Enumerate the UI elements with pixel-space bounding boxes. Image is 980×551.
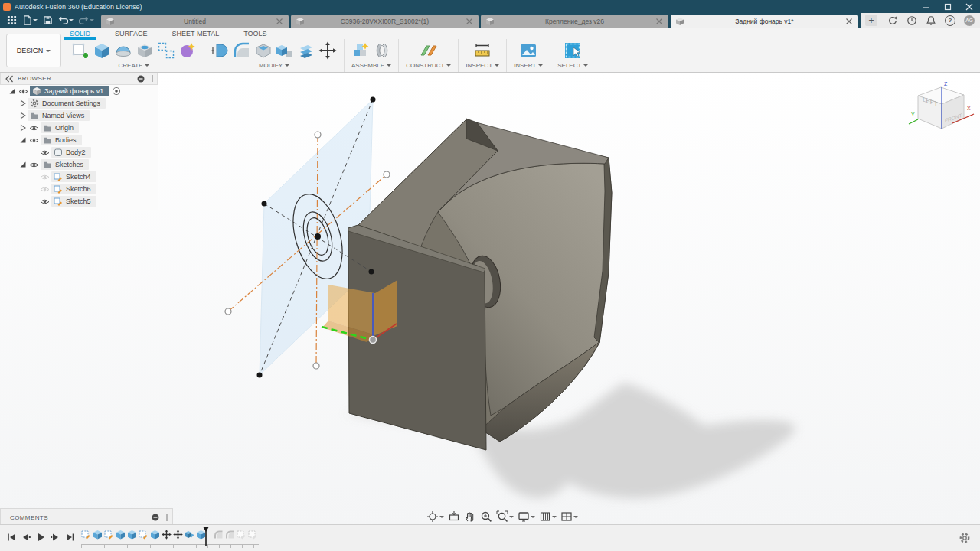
notifications-bell-icon[interactable] (926, 15, 936, 26)
timeline-feature-sketch-15-suppressed[interactable] (248, 530, 258, 540)
tab-surface[interactable]: SURFACE (113, 29, 150, 38)
extrude-tool[interactable] (93, 41, 111, 60)
hole-tool[interactable] (136, 41, 154, 60)
close-tab-icon[interactable] (465, 17, 474, 26)
tree-row-sketch4[interactable]: Sketch4 (0, 171, 158, 183)
viewports-button[interactable] (560, 510, 579, 523)
panel-options-icon[interactable] (151, 513, 160, 522)
visibility-eye-icon[interactable] (18, 88, 28, 95)
expander-icon[interactable] (18, 160, 28, 169)
display-settings-button[interactable] (517, 510, 536, 523)
move-copy-tool[interactable] (318, 41, 337, 60)
create-form-tool[interactable] (178, 41, 197, 60)
insert-image-tool[interactable] (519, 41, 537, 60)
create-dropdown[interactable]: CREATE (119, 62, 150, 72)
offset-face-tool[interactable] (297, 41, 315, 60)
go-to-start-button[interactable] (6, 532, 17, 543)
help-button[interactable]: ? (945, 15, 956, 26)
display-settings-dropdown-caret[interactable] (531, 516, 535, 520)
timeline-feature-move-8[interactable] (162, 530, 172, 540)
tree-row-root[interactable]: Задний фонарь v1 (0, 85, 158, 97)
construct-dropdown[interactable]: CONSTRUCT (406, 62, 451, 72)
tree-row-sketches[interactable]: Sketches (0, 158, 158, 171)
revolve-tool[interactable] (114, 41, 132, 60)
close-tab-icon[interactable] (844, 17, 854, 26)
tree-row-body2[interactable]: Body2 (0, 146, 158, 158)
model-body2[interactable] (348, 119, 612, 450)
redo-caret[interactable] (90, 19, 94, 24)
tab-solid[interactable]: SOLID (67, 29, 93, 38)
tab-sheet-metal[interactable]: SHEET METAL (170, 29, 222, 38)
window-zoom-dropdown-caret[interactable] (509, 516, 514, 520)
timeline-feature-extrude-2[interactable] (93, 530, 103, 540)
activate-component-radio[interactable] (112, 86, 121, 96)
application-grid-button[interactable] (7, 15, 17, 25)
panel-options-icon[interactable] (136, 74, 145, 83)
timeline-feature-move-9[interactable] (173, 530, 183, 540)
step-back-button[interactable] (21, 532, 31, 543)
assemble-dropdown[interactable]: ASSEMBLE (351, 62, 391, 72)
orbit-dropdown-caret[interactable] (439, 516, 444, 520)
document-tab-c3936[interactable]: C3936-28VXXI00R_S1002*(1) (291, 15, 479, 28)
tree-row-sketch5[interactable]: Sketch5 (0, 195, 158, 207)
view-cube[interactable]: LEFT FRONT Z X Y (906, 77, 975, 138)
timeline-feature-sketch-1[interactable] (81, 530, 91, 540)
new-tab-button[interactable]: + (865, 15, 877, 26)
recent-clock-icon[interactable] (906, 15, 917, 26)
redo-button[interactable] (79, 15, 94, 25)
shell-tool[interactable] (254, 41, 273, 60)
viewports-dropdown-caret[interactable] (573, 516, 578, 520)
look-at-button[interactable] (447, 510, 461, 523)
timeline-feature-fillet-13-suppressed[interactable] (225, 530, 235, 540)
undo-button[interactable] (58, 15, 74, 25)
document-tab-untitled[interactable]: Untitled (101, 15, 289, 28)
expander-icon[interactable] (18, 123, 28, 132)
timeline-feature-combine-10[interactable] (185, 530, 194, 540)
workspace-selector[interactable]: DESIGN (6, 34, 61, 67)
joint-tool[interactable] (373, 41, 391, 60)
press-pull-tool[interactable] (211, 41, 230, 60)
create-sketch-tool[interactable] (71, 41, 90, 60)
visibility-eye-icon-hidden[interactable] (40, 186, 50, 193)
grid-display-button[interactable] (538, 510, 557, 523)
collapse-panel-icon[interactable] (5, 74, 14, 83)
file-menu-button[interactable] (22, 15, 38, 25)
expander-icon[interactable] (8, 86, 17, 96)
visibility-eye-icon[interactable] (29, 161, 39, 168)
zoom-button[interactable] (479, 510, 493, 523)
step-forward-button[interactable] (50, 532, 60, 543)
visibility-eye-icon[interactable] (29, 125, 39, 132)
close-window-button[interactable] (959, 0, 980, 13)
fillet-tool[interactable] (233, 41, 251, 60)
undo-caret[interactable] (69, 19, 74, 24)
close-tab-icon[interactable] (275, 17, 284, 26)
minimize-button[interactable] (916, 0, 937, 13)
insert-dropdown[interactable]: INSERT (514, 62, 543, 72)
construction-plane-tool[interactable] (420, 41, 438, 60)
play-button[interactable] (35, 532, 46, 543)
timeline-feature-extrude-4[interactable] (116, 530, 126, 540)
tree-row-bodies[interactable]: Bodies (0, 134, 158, 146)
panel-resize-grip[interactable] (166, 514, 168, 521)
timeline-playhead[interactable] (202, 527, 210, 548)
tab-tools[interactable]: TOOLS (241, 29, 269, 38)
manipulator-origin-handle[interactable] (370, 337, 377, 344)
timeline-feature-fillet-12-suppressed[interactable] (214, 530, 224, 540)
maximize-button[interactable] (937, 0, 959, 13)
sync-icon[interactable] (887, 15, 898, 26)
expander-icon[interactable] (18, 99, 28, 108)
timeline-feature-sketch-3[interactable] (104, 530, 114, 540)
timeline-feature-sketch-14-suppressed[interactable] (237, 530, 247, 540)
timeline-settings-gear-icon[interactable] (959, 532, 971, 544)
visibility-eye-icon-hidden[interactable] (40, 174, 50, 181)
select-tool[interactable] (564, 41, 582, 60)
visibility-eye-icon[interactable] (40, 149, 50, 156)
new-component-tool[interactable] (351, 41, 370, 60)
modify-dropdown[interactable]: MODIFY (259, 62, 289, 72)
timeline-feature-extrude-5[interactable] (127, 530, 137, 540)
rectangular-pattern-tool[interactable] (157, 41, 175, 60)
document-tab-zadniy-fonar[interactable]: Задний фонарь v1* (671, 15, 858, 28)
measure-tool[interactable] (473, 41, 492, 60)
combine-tool[interactable] (276, 41, 294, 60)
grid-display-dropdown-caret[interactable] (552, 516, 557, 520)
